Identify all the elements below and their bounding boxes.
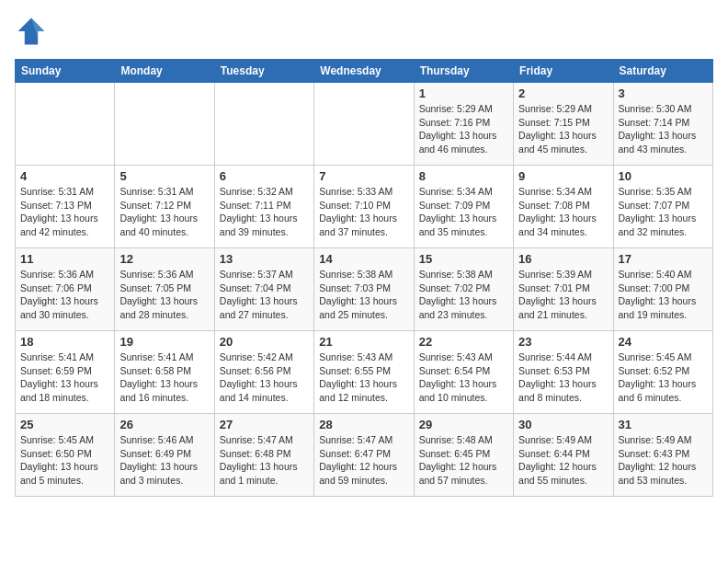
calendar-week-row: 11Sunrise: 5:36 AMSunset: 7:06 PMDayligh… — [16, 248, 713, 331]
day-number: 14 — [319, 252, 408, 266]
day-info: Sunrise: 5:35 AMSunset: 7:07 PMDaylight:… — [619, 185, 708, 239]
day-number: 26 — [119, 418, 209, 431]
day-of-week-header: Thursday — [414, 60, 513, 83]
day-info: Sunrise: 5:29 AMSunset: 7:16 PMDaylight:… — [419, 102, 508, 156]
day-number: 8 — [419, 169, 508, 183]
calendar-table: SundayMondayTuesdayWednesdayThursdayFrid… — [15, 59, 713, 497]
day-number: 21 — [319, 335, 408, 349]
calendar-cell: 25Sunrise: 5:45 AMSunset: 6:50 PMDayligh… — [16, 414, 115, 497]
calendar-cell: 4Sunrise: 5:31 AMSunset: 7:13 PMDaylight… — [16, 166, 115, 248]
calendar-cell: 24Sunrise: 5:45 AMSunset: 6:52 PMDayligh… — [613, 331, 712, 414]
page-header — [15, 15, 713, 48]
day-number: 3 — [619, 86, 708, 100]
calendar-cell: 8Sunrise: 5:34 AMSunset: 7:09 PMDaylight… — [414, 166, 513, 248]
calendar-cell: 10Sunrise: 5:35 AMSunset: 7:07 PMDayligh… — [613, 166, 712, 248]
calendar-cell: 14Sunrise: 5:38 AMSunset: 7:03 PMDayligh… — [314, 248, 414, 331]
calendar-cell — [314, 83, 414, 166]
calendar-week-row: 25Sunrise: 5:45 AMSunset: 6:50 PMDayligh… — [16, 414, 713, 497]
calendar-cell: 11Sunrise: 5:36 AMSunset: 7:06 PMDayligh… — [16, 248, 115, 331]
day-info: Sunrise: 5:49 AMSunset: 6:43 PMDaylight:… — [619, 433, 708, 488]
day-number: 10 — [619, 169, 708, 183]
day-info: Sunrise: 5:40 AMSunset: 7:00 PMDaylight:… — [619, 268, 708, 322]
calendar-cell — [115, 83, 214, 166]
calendar-cell: 3Sunrise: 5:30 AMSunset: 7:14 PMDaylight… — [613, 83, 712, 166]
calendar-cell — [214, 83, 313, 166]
day-number: 4 — [20, 169, 109, 183]
calendar-week-row: 18Sunrise: 5:41 AMSunset: 6:59 PMDayligh… — [16, 331, 713, 414]
day-info: Sunrise: 5:43 AMSunset: 6:55 PMDaylight:… — [319, 350, 408, 405]
calendar-cell: 31Sunrise: 5:49 AMSunset: 6:43 PMDayligh… — [613, 414, 712, 497]
calendar-cell: 29Sunrise: 5:48 AMSunset: 6:45 PMDayligh… — [414, 414, 513, 497]
day-of-week-header: Sunday — [16, 60, 115, 83]
day-info: Sunrise: 5:37 AMSunset: 7:04 PMDaylight:… — [220, 268, 309, 322]
day-of-week-header: Wednesday — [314, 60, 414, 83]
day-info: Sunrise: 5:45 AMSunset: 6:52 PMDaylight:… — [619, 350, 708, 405]
day-info: Sunrise: 5:34 AMSunset: 7:08 PMDaylight:… — [518, 185, 608, 239]
calendar-cell: 28Sunrise: 5:47 AMSunset: 6:47 PMDayligh… — [314, 414, 414, 497]
day-info: Sunrise: 5:48 AMSunset: 6:45 PMDaylight:… — [419, 433, 508, 488]
day-number: 7 — [319, 169, 408, 183]
calendar-cell: 2Sunrise: 5:29 AMSunset: 7:15 PMDaylight… — [514, 83, 613, 166]
day-info: Sunrise: 5:45 AMSunset: 6:50 PMDaylight:… — [20, 433, 109, 488]
day-number: 18 — [20, 335, 109, 349]
day-number: 27 — [220, 418, 309, 431]
calendar-cell: 23Sunrise: 5:44 AMSunset: 6:53 PMDayligh… — [514, 331, 613, 414]
calendar-header-row: SundayMondayTuesdayWednesdayThursdayFrid… — [16, 60, 713, 83]
calendar-cell: 13Sunrise: 5:37 AMSunset: 7:04 PMDayligh… — [214, 248, 313, 331]
day-number: 16 — [518, 252, 608, 266]
calendar-cell: 12Sunrise: 5:36 AMSunset: 7:05 PMDayligh… — [115, 248, 214, 331]
day-info: Sunrise: 5:31 AMSunset: 7:13 PMDaylight:… — [20, 185, 109, 239]
day-number: 12 — [119, 252, 209, 266]
day-number: 13 — [220, 252, 309, 266]
day-info: Sunrise: 5:33 AMSunset: 7:10 PMDaylight:… — [319, 185, 408, 239]
day-info: Sunrise: 5:41 AMSunset: 6:59 PMDaylight:… — [20, 350, 109, 405]
day-number: 24 — [619, 335, 708, 349]
day-info: Sunrise: 5:32 AMSunset: 7:11 PMDaylight:… — [220, 185, 309, 239]
day-info: Sunrise: 5:43 AMSunset: 6:54 PMDaylight:… — [419, 350, 508, 405]
calendar-cell: 18Sunrise: 5:41 AMSunset: 6:59 PMDayligh… — [16, 331, 115, 414]
day-info: Sunrise: 5:47 AMSunset: 6:47 PMDaylight:… — [319, 433, 408, 488]
calendar-cell: 7Sunrise: 5:33 AMSunset: 7:10 PMDaylight… — [314, 166, 414, 248]
day-number: 30 — [518, 418, 608, 431]
calendar-cell: 20Sunrise: 5:42 AMSunset: 6:56 PMDayligh… — [214, 331, 313, 414]
day-number: 25 — [20, 418, 109, 431]
day-of-week-header: Monday — [115, 60, 214, 83]
calendar-cell: 9Sunrise: 5:34 AMSunset: 7:08 PMDaylight… — [514, 166, 613, 248]
day-info: Sunrise: 5:29 AMSunset: 7:15 PMDaylight:… — [518, 102, 608, 156]
day-number: 9 — [518, 169, 608, 183]
day-number: 22 — [419, 335, 508, 349]
calendar-cell: 15Sunrise: 5:38 AMSunset: 7:02 PMDayligh… — [414, 248, 513, 331]
calendar-cell: 30Sunrise: 5:49 AMSunset: 6:44 PMDayligh… — [514, 414, 613, 497]
calendar-cell: 1Sunrise: 5:29 AMSunset: 7:16 PMDaylight… — [414, 83, 513, 166]
day-info: Sunrise: 5:39 AMSunset: 7:01 PMDaylight:… — [518, 268, 608, 322]
day-number: 15 — [419, 252, 508, 266]
day-number: 31 — [619, 418, 708, 431]
day-number: 2 — [518, 86, 608, 100]
calendar-cell: 19Sunrise: 5:41 AMSunset: 6:58 PMDayligh… — [115, 331, 214, 414]
day-of-week-header: Friday — [514, 60, 613, 83]
calendar-week-row: 4Sunrise: 5:31 AMSunset: 7:13 PMDaylight… — [16, 166, 713, 248]
day-info: Sunrise: 5:36 AMSunset: 7:06 PMDaylight:… — [20, 268, 109, 322]
calendar-cell: 16Sunrise: 5:39 AMSunset: 7:01 PMDayligh… — [514, 248, 613, 331]
day-info: Sunrise: 5:31 AMSunset: 7:12 PMDaylight:… — [119, 185, 209, 239]
day-info: Sunrise: 5:34 AMSunset: 7:09 PMDaylight:… — [419, 185, 508, 239]
calendar-cell: 21Sunrise: 5:43 AMSunset: 6:55 PMDayligh… — [314, 331, 414, 414]
calendar-cell: 5Sunrise: 5:31 AMSunset: 7:12 PMDaylight… — [115, 166, 214, 248]
day-info: Sunrise: 5:42 AMSunset: 6:56 PMDaylight:… — [220, 350, 309, 405]
logo — [15, 15, 53, 48]
day-number: 20 — [220, 335, 309, 349]
day-info: Sunrise: 5:38 AMSunset: 7:03 PMDaylight:… — [319, 268, 408, 322]
day-of-week-header: Saturday — [613, 60, 712, 83]
day-of-week-header: Tuesday — [214, 60, 313, 83]
day-info: Sunrise: 5:36 AMSunset: 7:05 PMDaylight:… — [119, 268, 209, 322]
day-info: Sunrise: 5:46 AMSunset: 6:49 PMDaylight:… — [119, 433, 209, 488]
calendar-cell: 6Sunrise: 5:32 AMSunset: 7:11 PMDaylight… — [214, 166, 313, 248]
calendar-cell — [16, 83, 115, 166]
day-number: 5 — [119, 169, 209, 183]
day-info: Sunrise: 5:30 AMSunset: 7:14 PMDaylight:… — [619, 102, 708, 156]
day-number: 23 — [518, 335, 608, 349]
day-number: 6 — [220, 169, 309, 183]
day-info: Sunrise: 5:44 AMSunset: 6:53 PMDaylight:… — [518, 350, 608, 405]
logo-icon — [15, 15, 48, 48]
calendar-cell: 27Sunrise: 5:47 AMSunset: 6:48 PMDayligh… — [214, 414, 313, 497]
